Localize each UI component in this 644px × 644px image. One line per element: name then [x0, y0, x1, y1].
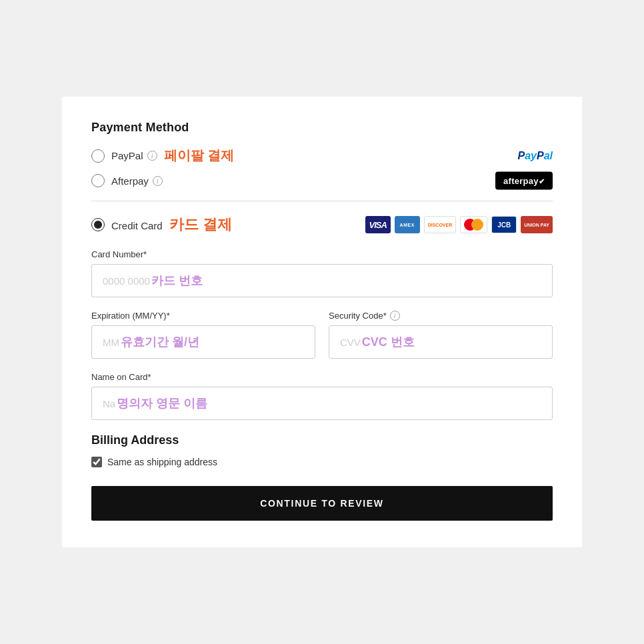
security-label: Security Code* [329, 311, 387, 321]
credit-card-label[interactable]: Credit Card 카드 결제 [111, 215, 232, 235]
mastercard-icon [460, 216, 487, 233]
visa-icon: VISA [365, 216, 391, 233]
name-group: Name on Card* Na 명의자 영문 이름 [91, 372, 553, 420]
paypal-label-ko: 페이팔 결제 [164, 147, 235, 165]
card-number-placeholder: 0000 0000 [103, 275, 150, 287]
expiry-security-row: Expiration (MM/YY)* MM 유효기간 월/년 Security… [91, 311, 553, 372]
expiration-ko: 유효기간 월/년 [121, 334, 199, 350]
credit-label-text: Credit Card [111, 220, 163, 231]
unionpay-icon: UNION PAY [521, 216, 553, 233]
credit-card-radio[interactable] [91, 218, 105, 231]
divider [91, 201, 553, 201]
card-icons: VISA AMEX DISCOVER JCB UNION PAY [365, 216, 553, 233]
paypal-radio[interactable] [91, 149, 105, 163]
afterpay-badge: afterpay✔ [495, 172, 553, 190]
afterpay-radio[interactable] [91, 174, 105, 187]
security-group: Security Code* i CVV CVC 번호 [329, 311, 553, 359]
name-placeholder: Na [103, 398, 115, 409]
afterpay-info-icon[interactable]: i [153, 176, 163, 186]
expiration-input-wrapper[interactable]: MM 유효기간 월/년 [91, 325, 315, 359]
card-number-ko: 카드 번호 [151, 273, 203, 289]
same-address-label[interactable]: Same as shipping address [107, 457, 217, 467]
name-label: Name on Card* [91, 372, 553, 382]
security-input-wrapper[interactable]: CVV CVC 번호 [329, 325, 553, 359]
credit-card-option: Credit Card 카드 결제 VISA AMEX DISCOVER JCB… [91, 215, 553, 235]
same-address-checkbox[interactable] [91, 457, 102, 467]
afterpay-option: Afterpay i afterpay✔ [91, 174, 553, 187]
credit-label-ko: 카드 결제 [169, 216, 232, 233]
discover-icon: DISCOVER [424, 216, 457, 233]
paypal-label-text: PayPal [111, 150, 143, 161]
amex-icon: AMEX [395, 216, 420, 233]
security-label-row: Security Code* i [329, 311, 553, 321]
expiration-group: Expiration (MM/YY)* MM 유효기간 월/년 [91, 311, 315, 359]
name-input-wrapper[interactable]: Na 명의자 영문 이름 [91, 387, 553, 420]
paypal-label[interactable]: PayPal i 페이팔 결제 [111, 147, 234, 165]
payment-method-title: Payment Method [91, 121, 553, 135]
name-ko: 명의자 영문 이름 [117, 395, 207, 411]
afterpay-label-text: Afterpay [111, 175, 149, 187]
card-number-label: Card Number* [91, 249, 553, 259]
continue-to-review-button[interactable]: CONTINUE TO REVIEW [91, 486, 553, 521]
jcb-icon: JCB [491, 216, 517, 233]
security-info-icon[interactable]: i [390, 311, 400, 321]
card-number-group: Card Number* 0000 0000 카드 번호 [91, 249, 553, 297]
card-number-input-wrapper[interactable]: 0000 0000 카드 번호 [91, 264, 553, 297]
paypal-info-icon[interactable]: i [147, 151, 157, 161]
expiration-placeholder: MM [103, 337, 119, 348]
same-address-row: Same as shipping address [91, 457, 553, 467]
billing-address-title: Billing Address [91, 433, 553, 447]
expiration-label: Expiration (MM/YY)* [91, 311, 315, 321]
paypal-logo: PayPal [518, 150, 553, 162]
afterpay-label[interactable]: Afterpay i [111, 175, 163, 187]
paypal-option: PayPal i 페이팔 결제 PayPal [91, 147, 553, 165]
security-placeholder: CVV [340, 337, 361, 348]
security-ko: CVC 번호 [362, 334, 415, 350]
